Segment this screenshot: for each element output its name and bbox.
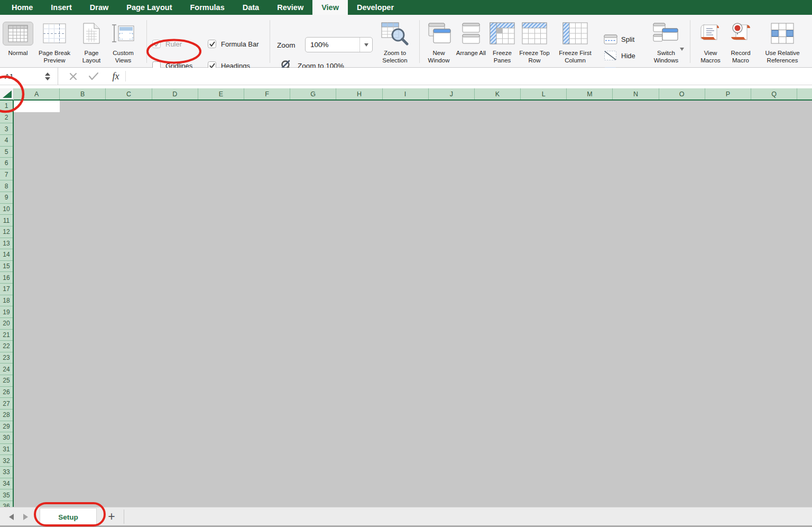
selected-cell-a1[interactable] <box>14 101 60 112</box>
sheet-tab-setup[interactable]: Setup <box>40 508 97 526</box>
row-header[interactable]: 28 <box>0 410 13 421</box>
next-sheet-arrow[interactable] <box>21 512 31 522</box>
select-all-button[interactable] <box>0 88 14 101</box>
column-header[interactable]: I <box>383 88 429 99</box>
column-header[interactable]: B <box>60 88 106 99</box>
row-header[interactable]: 14 <box>0 249 13 261</box>
column-header[interactable]: N <box>613 88 659 99</box>
row-header[interactable]: 23 <box>0 352 13 364</box>
row-header[interactable]: 30 <box>0 432 13 444</box>
row-header[interactable]: 36 <box>0 501 13 507</box>
enter-button[interactable] <box>87 68 100 85</box>
prev-sheet-arrow[interactable] <box>6 512 16 522</box>
page-break-preview-button[interactable]: Page Break Preview <box>33 18 76 64</box>
view-macros-button[interactable]: View Macros <box>696 18 725 64</box>
arrange-all-button[interactable]: Arrange All <box>455 18 487 57</box>
zoom-to-selection-button[interactable]: Zoom to Selection <box>376 18 413 64</box>
record-macro-button[interactable]: Record Macro <box>725 18 756 64</box>
worksheet-area[interactable] <box>14 101 812 507</box>
row-header[interactable]: 27 <box>0 398 13 410</box>
row-header[interactable]: 33 <box>0 467 13 478</box>
row-header[interactable]: 24 <box>0 364 13 375</box>
column-header[interactable]: H <box>336 88 382 99</box>
column-header[interactable]: Q <box>751 88 797 99</box>
column-header[interactable]: O <box>659 88 705 99</box>
row-header[interactable]: 12 <box>0 226 13 238</box>
zoom-dropdown-arrow[interactable] <box>359 38 372 52</box>
column-header[interactable]: M <box>567 88 613 99</box>
row-header[interactable]: 13 <box>0 238 13 250</box>
add-sheet-button[interactable]: + <box>105 507 118 525</box>
split-button[interactable]: Split <box>604 34 634 44</box>
row-header[interactable]: 18 <box>0 295 13 307</box>
row-header[interactable]: 10 <box>0 204 13 215</box>
use-relative-references-button[interactable]: Use Relative References <box>757 18 808 64</box>
row-header[interactable]: 17 <box>0 284 13 295</box>
row-header[interactable]: 6 <box>0 158 13 169</box>
row-header[interactable]: 9 <box>0 192 13 204</box>
column-header[interactable]: E <box>198 88 244 99</box>
row-header[interactable]: 34 <box>0 478 13 490</box>
column-header[interactable]: J <box>429 88 475 99</box>
switch-windows-dropdown-arrow[interactable] <box>680 48 684 51</box>
freeze-panes-button[interactable]: Freeze Panes <box>487 18 518 64</box>
row-header[interactable]: 8 <box>0 180 13 192</box>
column-header[interactable]: D <box>152 88 198 99</box>
zoom-dropdown[interactable]: 100% <box>305 37 373 52</box>
row-header[interactable]: 7 <box>0 169 13 181</box>
column-header[interactable]: A <box>14 88 60 99</box>
ribbon-tab[interactable]: Insert <box>42 0 81 15</box>
ribbon-tab[interactable]: Draw <box>81 0 117 15</box>
name-box[interactable]: A1 <box>0 68 58 85</box>
formula-bar-checkbox[interactable]: Formula Bar <box>208 40 259 48</box>
row-header[interactable]: 19 <box>0 306 13 318</box>
column-header[interactable]: L <box>521 88 567 99</box>
row-header[interactable]: 2 <box>0 112 13 124</box>
column-header[interactable]: F <box>244 88 290 99</box>
row-header[interactable]: 32 <box>0 455 13 467</box>
row-header[interactable]: 3 <box>0 123 13 135</box>
ribbon-tab[interactable]: View <box>312 0 348 15</box>
row-header[interactable]: 15 <box>0 261 13 272</box>
insert-function-button[interactable]: fx <box>109 68 123 85</box>
row-header[interactable]: 25 <box>0 375 13 387</box>
ruler-checkbox[interactable]: Ruler <box>152 40 182 48</box>
row-header[interactable]: 29 <box>0 421 13 433</box>
page-break-preview-icon <box>43 18 66 49</box>
freeze-first-column-button[interactable]: Freeze First Column <box>552 18 598 64</box>
ribbon-tab[interactable]: Developer <box>348 0 403 15</box>
row-header[interactable]: 31 <box>0 444 13 456</box>
new-window-button[interactable]: New Window <box>423 18 455 64</box>
cancel-button[interactable] <box>67 68 79 85</box>
custom-views-button[interactable]: Custom Views <box>107 18 140 64</box>
formula-input[interactable] <box>129 68 810 85</box>
row-header[interactable]: 11 <box>0 215 13 226</box>
column-header[interactable]: C <box>106 88 152 99</box>
freeze-top-row-button[interactable]: Freeze Top Row <box>518 18 551 64</box>
ribbon-tab[interactable]: Data <box>234 0 268 15</box>
row-headers: 1 2 3 4 5 6 7 8 9 10 11 12 <box>0 101 14 507</box>
switch-windows-button[interactable]: Switch Windows <box>649 18 683 64</box>
ribbon-tab[interactable]: Review <box>268 0 312 15</box>
column-header[interactable]: G <box>290 88 336 99</box>
row-header[interactable]: 20 <box>0 318 13 330</box>
ribbon-tab[interactable]: Home <box>3 0 42 15</box>
row-header[interactable]: 5 <box>0 147 13 158</box>
page-layout-button[interactable]: Page Layout <box>76 18 107 64</box>
row-header[interactable]: 16 <box>0 272 13 284</box>
row-header[interactable]: 22 <box>0 341 13 352</box>
column-header[interactable]: P <box>705 88 751 99</box>
name-box-stepper[interactable] <box>45 72 50 80</box>
row-header[interactable]: 4 <box>0 135 13 147</box>
row-header[interactable]: 21 <box>0 330 13 341</box>
row-header[interactable]: 35 <box>0 489 13 501</box>
ribbon-tab[interactable]: Formulas <box>181 0 233 15</box>
column-header[interactable]: K <box>475 88 521 99</box>
row-header[interactable]: 1 <box>0 101 13 112</box>
stepper-up-icon[interactable] <box>45 72 50 76</box>
hide-button[interactable]: Hide <box>604 50 635 61</box>
row-header[interactable]: 26 <box>0 387 13 398</box>
stepper-down-icon[interactable] <box>45 77 50 80</box>
ribbon-tab[interactable]: Page Layout <box>117 0 181 15</box>
normal-view-button[interactable]: Normal <box>3 18 33 57</box>
